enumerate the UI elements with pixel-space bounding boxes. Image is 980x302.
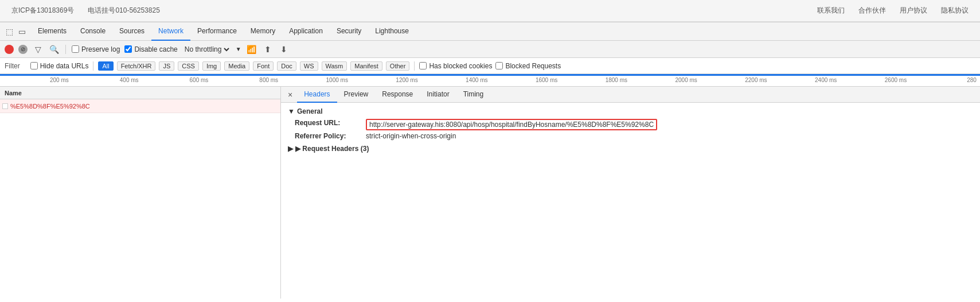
tab-initiator[interactable]: Initiator (420, 87, 456, 103)
wifi-icon[interactable]: 📶 (246, 44, 257, 55)
timeline-label-1800: 1800 ms (560, 77, 630, 83)
timeline-label-200: 200 ms (1, 77, 71, 83)
hide-data-urls-text: Hide data URLs (40, 62, 89, 70)
disable-cache-label[interactable]: Disable cache (124, 45, 177, 53)
separator-1 (65, 45, 66, 54)
main-content: Name %E5%8D%8F%E5%92%8C × Headers Previe… (0, 87, 980, 299)
has-blocked-cookies-label[interactable]: Has blocked cookies (419, 62, 492, 70)
request-headers-section: ▶ ▶ Request Headers (3) (288, 145, 973, 153)
throttle-select[interactable]: No throttling (182, 45, 231, 54)
tab-lighthouse[interactable]: Lighthouse (368, 22, 416, 41)
details-tab-bar: × Headers Preview Response Initiator Tim… (281, 87, 980, 103)
filter-btn-media[interactable]: Media (224, 61, 249, 71)
disable-cache-text: Disable cache (134, 45, 177, 53)
request-headers-label: ▶ Request Headers (3) (295, 145, 369, 153)
filter-btn-font[interactable]: Font (253, 61, 274, 71)
filter-btn-wasm[interactable]: Wasm (322, 61, 348, 71)
tab-sources[interactable]: Sources (112, 22, 151, 41)
tab-performance[interactable]: Performance (190, 22, 244, 41)
top-bar-right: 联系我们 合作伙伴 用户协议 隐私协议 (817, 6, 969, 16)
preserve-log-checkbox[interactable] (72, 45, 79, 53)
timeline-label-1000: 1000 ms (280, 77, 350, 83)
top-bar: 京ICP备13018369号 电话挂号010-56253825 联系我们 合作伙… (0, 0, 980, 22)
tab-elements[interactable]: Elements (31, 22, 73, 41)
filter-icon[interactable]: ▽ (32, 44, 44, 55)
device-toolbar-icon[interactable]: ▭ (17, 27, 26, 36)
request-url-row: Request URL: http://server-gateway.his:8… (288, 119, 973, 130)
filter-btn-img[interactable]: Img (202, 61, 221, 71)
search-icon[interactable]: 🔍 (48, 44, 60, 55)
timeline-blue-bar (0, 74, 980, 76)
contact-us-link[interactable]: 联系我们 (817, 6, 845, 16)
referrer-policy-key: Referrer Policy: (295, 132, 364, 140)
filter-btn-ws[interactable]: WS (300, 61, 318, 71)
preserve-log-label[interactable]: Preserve log (72, 45, 120, 53)
tab-headers[interactable]: Headers (297, 87, 337, 103)
filter-divider-1 (93, 61, 93, 71)
timeline-label-2000: 2000 ms (630, 77, 700, 83)
row-indicator (2, 103, 8, 109)
request-url-value[interactable]: http://server-gateway.his:8080/api/hosp/… (366, 119, 657, 130)
close-details-button[interactable]: × (283, 87, 297, 103)
devtools-icon-group: ⬚ ▭ (5, 27, 26, 36)
network-list: Name %E5%8D%8F%E5%92%8C (0, 87, 281, 299)
filter-label: Filter (5, 62, 20, 70)
filter-btn-manifest[interactable]: Manifest (350, 61, 382, 71)
tab-timing[interactable]: Timing (456, 87, 491, 103)
devtools-panel: ⬚ ▭ Elements Console Sources Network Per… (0, 22, 980, 299)
partner-link[interactable]: 合作伙伴 (858, 6, 886, 16)
network-list-header: Name (0, 87, 280, 99)
timeline-label-400: 400 ms (71, 77, 141, 83)
tab-console[interactable]: Console (73, 22, 112, 41)
disable-cache-checkbox[interactable] (124, 45, 132, 53)
tab-application[interactable]: Application (282, 22, 330, 41)
request-headers-triangle-icon: ▶ (288, 145, 293, 153)
blocked-requests-checkbox[interactable] (495, 62, 503, 69)
tab-security[interactable]: Security (330, 22, 368, 41)
timeline-labels: 200 ms 400 ms 600 ms 800 ms 1000 ms 1200… (0, 74, 980, 86)
privacy-policy-link[interactable]: 隐私协议 (941, 6, 969, 16)
tab-network[interactable]: Network (151, 22, 190, 41)
filter-btn-other[interactable]: Other (386, 61, 410, 71)
timeline-label-2800: 280 (909, 77, 979, 83)
inspect-icon[interactable]: ⬚ (5, 27, 14, 36)
phone-number: 电话挂号010-56253825 (88, 6, 159, 16)
devtools-tab-bar: ⬚ ▭ Elements Console Sources Network Per… (0, 22, 980, 41)
tab-preview[interactable]: Preview (337, 87, 376, 103)
timeline-bar: 200 ms 400 ms 600 ms 800 ms 1000 ms 1200… (0, 74, 980, 87)
table-row[interactable]: %E5%8D%8F%E5%92%8C (0, 99, 280, 113)
timeline-label-600: 600 ms (141, 77, 211, 83)
referrer-policy-value: strict-origin-when-cross-origin (366, 132, 456, 140)
col-name-label: Name (5, 90, 22, 96)
filter-btn-js[interactable]: JS (159, 61, 174, 71)
timeline-label-1200: 1200 ms (350, 77, 420, 83)
tab-memory[interactable]: Memory (244, 22, 282, 41)
blocked-requests-label[interactable]: Blocked Requests (495, 62, 561, 70)
hide-data-urls-checkbox[interactable] (30, 62, 38, 69)
clear-button[interactable]: ⊘ (18, 45, 28, 54)
filter-btn-doc[interactable]: Doc (277, 61, 296, 71)
record-button[interactable] (5, 45, 14, 54)
timeline-label-1600: 1600 ms (490, 77, 560, 83)
general-section-title: ▼ General (288, 107, 973, 115)
timeline-label-1400: 1400 ms (420, 77, 490, 83)
hide-data-urls-label[interactable]: Hide data URLs (30, 62, 89, 70)
timeline-label-2200: 2200 ms (700, 77, 770, 83)
request-url-key: Request URL: (295, 119, 364, 127)
tab-response[interactable]: Response (375, 87, 420, 103)
details-panel: × Headers Preview Response Initiator Tim… (281, 87, 980, 299)
filter-btn-all[interactable]: All (98, 61, 113, 71)
general-triangle-icon: ▼ (288, 107, 295, 115)
timeline-label-800: 800 ms (210, 77, 280, 83)
filter-btn-fetch-xhr[interactable]: Fetch/XHR (117, 61, 156, 71)
request-headers-title[interactable]: ▶ ▶ Request Headers (3) (288, 145, 973, 153)
preserve-log-text: Preserve log (81, 45, 120, 53)
user-agreement-link[interactable]: 用户协议 (900, 6, 927, 16)
devtools-toolbar: ⊘ ▽ 🔍 Preserve log Disable cache No thro… (0, 41, 980, 58)
import-icon[interactable]: ⬆ (262, 44, 274, 55)
blocked-requests-text: Blocked Requests (505, 62, 561, 70)
referrer-policy-row: Referrer Policy: strict-origin-when-cros… (288, 132, 973, 140)
export-icon[interactable]: ⬇ (278, 44, 290, 55)
filter-btn-css[interactable]: CSS (178, 61, 199, 71)
has-blocked-cookies-checkbox[interactable] (419, 62, 427, 69)
